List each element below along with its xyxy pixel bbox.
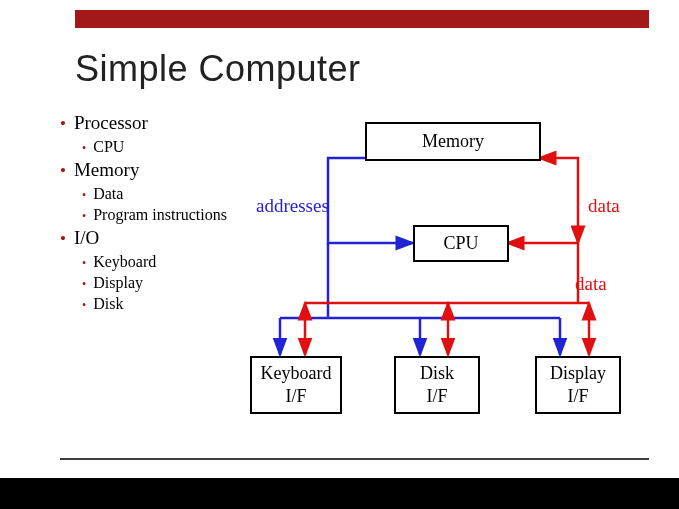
data-label-2: data bbox=[575, 273, 607, 295]
box-label: Memory bbox=[422, 130, 484, 153]
bullet-label: Keyboard bbox=[93, 253, 156, 271]
memory-box: Memory bbox=[365, 122, 541, 161]
bullet-io: •I/O bbox=[60, 227, 240, 249]
bullet-dot-icon: • bbox=[82, 188, 86, 203]
display-if-box: Display I/F bbox=[535, 356, 621, 414]
box-label: CPU bbox=[443, 232, 478, 255]
disk-if-box: Disk I/F bbox=[394, 356, 480, 414]
box-label-line1: Disk bbox=[420, 362, 454, 385]
bullet-dot-icon: • bbox=[60, 229, 66, 249]
bullet-label: Display bbox=[93, 274, 143, 292]
bullet-data: •Data bbox=[82, 185, 240, 203]
bullet-label: Processor bbox=[74, 112, 148, 134]
cpu-box: CPU bbox=[413, 225, 509, 262]
bullet-cpu: •CPU bbox=[82, 138, 240, 156]
bullet-dot-icon: • bbox=[60, 161, 66, 181]
box-label-line1: Keyboard bbox=[261, 362, 332, 385]
slide: Simple Computer •Processor •CPU •Memory … bbox=[0, 0, 679, 478]
bullet-memory: •Memory bbox=[60, 159, 240, 181]
box-label-line2: I/F bbox=[426, 385, 447, 408]
bullet-dot-icon: • bbox=[82, 141, 86, 156]
box-label-line2: I/F bbox=[567, 385, 588, 408]
bullet-dot-icon: • bbox=[82, 277, 86, 292]
bullet-dot-icon: • bbox=[82, 256, 86, 271]
bullet-dot-icon: • bbox=[60, 114, 66, 134]
bullet-program: •Program instructions bbox=[82, 206, 240, 224]
bullet-label: Disk bbox=[93, 295, 123, 313]
footer-rule bbox=[60, 458, 649, 460]
bullet-label: Memory bbox=[74, 159, 139, 181]
bullet-dot-icon: • bbox=[82, 209, 86, 224]
bullet-label: Data bbox=[93, 185, 123, 203]
bullet-label: Program instructions bbox=[93, 206, 227, 224]
bullet-processor: •Processor bbox=[60, 112, 240, 134]
box-label-line1: Display bbox=[550, 362, 606, 385]
bullet-keyboard: •Keyboard bbox=[82, 253, 240, 271]
bullet-label: CPU bbox=[93, 138, 124, 156]
bullet-dot-icon: • bbox=[82, 298, 86, 313]
addresses-label: addresses bbox=[256, 195, 329, 217]
keyboard-if-box: Keyboard I/F bbox=[250, 356, 342, 414]
header-accent-bar bbox=[75, 10, 649, 28]
bullet-list: •Processor •CPU •Memory •Data •Program i… bbox=[60, 112, 240, 316]
slide-title: Simple Computer bbox=[75, 48, 361, 90]
box-label-line2: I/F bbox=[285, 385, 306, 408]
bullet-label: I/O bbox=[74, 227, 99, 249]
architecture-diagram: Memory CPU Keyboard I/F Disk I/F Display… bbox=[250, 115, 640, 450]
bullet-disk: •Disk bbox=[82, 295, 240, 313]
bullet-display: •Display bbox=[82, 274, 240, 292]
data-label-1: data bbox=[588, 195, 620, 217]
